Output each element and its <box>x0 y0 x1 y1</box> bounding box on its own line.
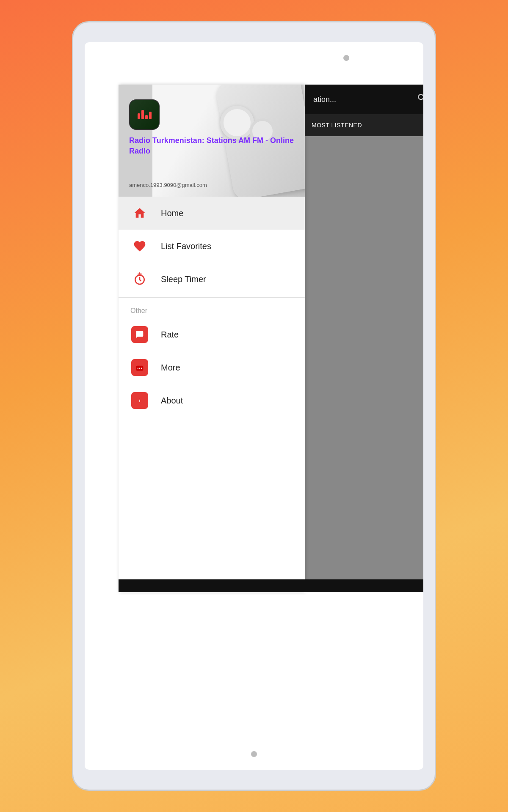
app-icon-inner <box>130 100 159 129</box>
earphone-circle-1 <box>220 106 254 140</box>
bottom-bar <box>119 579 423 592</box>
most-listened-tab[interactable]: MOST LISTENED <box>312 122 362 129</box>
home-icon <box>130 204 149 222</box>
drawer-header: Radio Turkmenistan: Stations AM FM - Onl… <box>119 85 305 197</box>
home-label: Home <box>161 208 183 218</box>
svg-text:i: i <box>139 398 140 403</box>
main-toolbar: ation... <box>305 85 423 114</box>
more-label: More <box>161 363 180 373</box>
main-tabs: MOST LISTENED <box>305 114 423 136</box>
rate-label: Rate <box>161 330 179 340</box>
rate-icon <box>130 325 149 344</box>
menu-item-about[interactable]: i About <box>119 384 305 417</box>
menu-divider <box>119 297 305 298</box>
menu-item-more[interactable]: More <box>119 351 305 384</box>
bar1 <box>138 113 140 119</box>
menu-item-rate[interactable]: Rate <box>119 318 305 351</box>
main-content: ation... MOST LISTENED <box>305 85 423 592</box>
svg-point-2 <box>138 368 139 369</box>
bar3 <box>145 115 148 119</box>
app-title: Radio Turkmenistan: Stations AM FM - Onl… <box>129 135 294 156</box>
menu-item-home[interactable]: Home <box>119 197 305 230</box>
heart-icon <box>130 237 149 255</box>
more-icon-bg <box>131 359 148 376</box>
about-label: About <box>161 396 183 406</box>
info-icon-bg: i <box>131 392 148 409</box>
bar2 <box>141 110 144 119</box>
bar4 <box>149 112 152 119</box>
more-icon <box>130 358 149 377</box>
menu-item-list-favorites[interactable]: List Favorites <box>119 230 305 263</box>
svg-point-4 <box>141 368 142 369</box>
app-container: Radio Turkmenistan: Stations AM FM - Onl… <box>119 85 423 592</box>
timer-icon <box>130 270 149 288</box>
home-button-dot <box>251 751 257 757</box>
tablet-screen: Radio Turkmenistan: Stations AM FM - Onl… <box>85 42 423 770</box>
rate-icon-bg <box>131 326 148 343</box>
other-section-header: Other <box>119 299 305 318</box>
sleep-timer-label: Sleep Timer <box>161 274 206 284</box>
camera-dot <box>343 55 349 61</box>
search-icon[interactable] <box>417 93 423 106</box>
toolbar-title: ation... <box>313 95 336 104</box>
tablet-frame: Radio Turkmenistan: Stations AM FM - Onl… <box>72 21 436 791</box>
info-icon: i <box>130 391 149 410</box>
app-email: amenco.1993.9090@gmail.com <box>129 182 207 188</box>
drawer: Radio Turkmenistan: Stations AM FM - Onl… <box>119 85 305 592</box>
menu-item-sleep-timer[interactable]: Sleep Timer <box>119 263 305 296</box>
menu-section: Home List Favorites <box>119 197 305 592</box>
app-icon-bars <box>138 110 152 119</box>
svg-point-3 <box>139 368 141 369</box>
app-icon <box>129 99 160 130</box>
list-favorites-label: List Favorites <box>161 241 211 251</box>
